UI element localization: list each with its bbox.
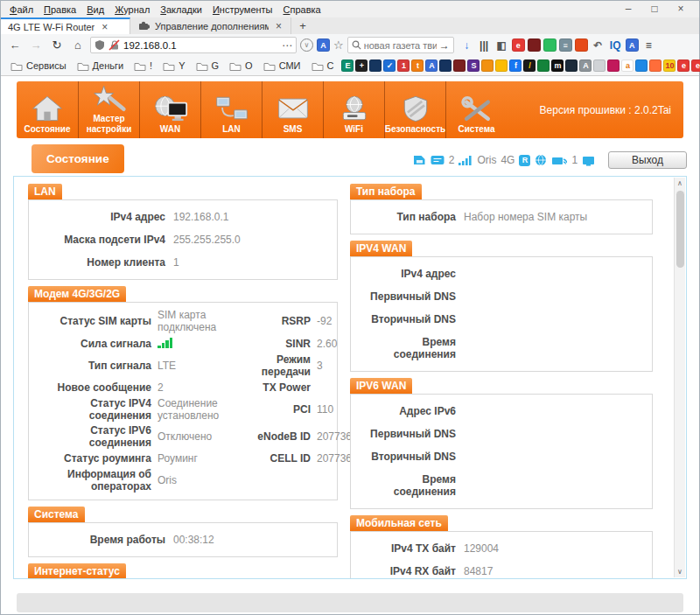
table-row: IPv4 адрес [358,262,645,285]
bookmark-favicon[interactable]: m [551,59,564,72]
tab-close-icon[interactable]: × [100,21,109,33]
page-actions-icon[interactable]: ⋯ [282,39,292,52]
menu-history[interactable]: Журнал [109,3,155,17]
bookmark-favicon[interactable] [565,59,578,72]
nav-status[interactable]: Состояние [17,81,78,138]
bookmark-favicon[interactable] [481,59,494,72]
iq-extension-icon[interactable]: IQ [608,39,623,52]
bookmark-favicon[interactable] [537,59,550,72]
reload-button[interactable]: ↻ [48,38,66,52]
translate-icon[interactable]: A [626,38,639,52]
bookmark-favicon[interactable]: A [425,59,438,72]
nav-wifi[interactable]: WiFi [323,81,384,138]
tab-router[interactable]: 4G LTE W-Fi Router × [1,17,130,34]
minimize-button[interactable]: – [615,1,641,17]
extension-icon[interactable]: ≡ [559,38,572,52]
bookmark-favicon[interactable] [369,59,382,72]
bookmark-favicon[interactable] [649,59,662,72]
bookmark-favicon[interactable]: ✓ [383,59,396,72]
bookmark-favicon[interactable]: A [579,59,592,72]
tab-status-page[interactable]: Состояние [32,144,124,173]
extension-icon[interactable] [575,38,588,52]
bookmark-favicon[interactable]: t [411,59,424,72]
bookmark-favicon[interactable]: + [355,59,368,72]
bookmark-favicon[interactable]: e [691,59,700,72]
bookmark-favicon[interactable]: S [467,59,480,72]
menu-view[interactable]: Вид [81,3,109,17]
search-bar[interactable]: новая газета твитте → [347,37,454,53]
scrollbar-thumb[interactable] [676,191,684,268]
bookmark-favicon[interactable] [593,59,606,72]
message-icon [430,155,444,165]
sms-count: 2 [449,154,455,166]
bookmark-folder[interactable]: СМИ [259,60,305,71]
nav-system[interactable]: Система [445,81,507,138]
bookmark-favicon[interactable]: a [621,59,634,72]
menu-help[interactable]: Справка [278,3,326,17]
back-button[interactable]: ← [6,38,24,52]
bookmark-favicon[interactable]: f [509,59,522,72]
panel-ipv4-wan-title: IPV4 WAN [350,241,412,256]
home-icon [30,94,65,122]
nav-wan[interactable]: WAN [139,81,200,138]
new-tab-button[interactable]: + [291,17,314,34]
forward-button[interactable]: → [27,38,45,52]
search-query[interactable]: новая газета твитте [364,40,437,51]
bookmark-favicon[interactable] [439,59,452,72]
scroll-up-icon[interactable]: ∧ [677,178,682,189]
close-button[interactable]: × [668,1,694,17]
bookmark-star-icon[interactable]: ☆ [333,38,344,52]
tab-close-icon[interactable]: × [274,20,284,32]
bookmark-favicon[interactable] [635,59,648,72]
undo-icon[interactable]: ↶ [591,39,606,52]
bookmark-folder[interactable]: ! [130,60,157,71]
bookmark-folder[interactable]: Y [158,60,189,71]
roaming-icon: R [519,155,530,166]
bookmark-folder[interactable]: С [307,60,339,71]
search-go-icon[interactable]: → [439,39,450,52]
bookmark-favicon[interactable]: 10 [663,59,676,72]
download-icon[interactable]: ↓ [459,39,474,52]
tab-title: 4G LTE W-Fi Router [8,22,94,32]
router-nav: Состояние Мастер настройки WAN LAN SMS W… [17,81,683,138]
menu-file[interactable]: Файл [4,3,38,17]
scroll-down-icon[interactable]: ∨ [677,566,682,577]
nav-security[interactable]: Безопасность [384,81,445,138]
bookmark-favicon[interactable] [607,59,620,72]
extension-evernote-icon[interactable] [543,38,556,52]
table-row: IPv4 TX байт129004 [358,537,645,560]
home-button[interactable]: ⌂ [69,38,87,52]
signal-bars-icon [158,338,172,348]
translate-icon[interactable]: A [317,38,330,52]
panel-modem: Модем 4G/3G/2G Статус SIM картыSIM карта… [28,286,338,500]
nav-sms[interactable]: SMS [262,81,323,138]
bookmark-favicon[interactable]: 1 [397,59,410,72]
url-text[interactable]: 192.168.0.1 [123,40,278,51]
bookmark-favicon[interactable]: E [341,59,354,72]
menu-tools[interactable]: Инструменты [207,3,278,17]
logout-button[interactable]: Выход [608,151,687,169]
bookmark-folder[interactable]: Сервисы [6,60,71,71]
bookmark-folder[interactable]: Деньги [73,60,129,71]
pocket-icon[interactable]: ∨ [300,38,313,52]
extension-shield-icon[interactable] [528,38,541,52]
bookmark-favicon[interactable]: / [523,59,536,72]
bookmark-folder[interactable]: G [192,60,224,71]
bookmark-favicon[interactable]: e [677,59,690,72]
bookmark-favicon[interactable] [495,59,508,72]
table-row: Сила сигнала SINR2.60 [36,336,330,353]
nav-wizard[interactable]: Мастер настройки [78,81,139,138]
extension-icon[interactable]: e [512,38,525,52]
tab-addons[interactable]: Управление дополнениями × [130,17,291,34]
sidebar-icon[interactable]: ◧ [494,39,509,52]
bookmark-favicon[interactable] [453,59,466,72]
maximize-button[interactable]: □ [641,1,668,17]
menu-edit[interactable]: Правка [38,3,81,17]
library-icon[interactable]: ||| [477,39,492,52]
inner-scrollbar[interactable]: ∧ ∨ [674,178,685,577]
menu-bookmarks[interactable]: Закладки [155,3,207,17]
nav-lan[interactable]: LAN [200,81,262,138]
address-bar[interactable]: 192.168.0.1 ⋯ [90,37,297,53]
hamburger-menu-icon[interactable]: ≡ [641,39,656,52]
bookmark-folder[interactable]: О [225,60,257,71]
